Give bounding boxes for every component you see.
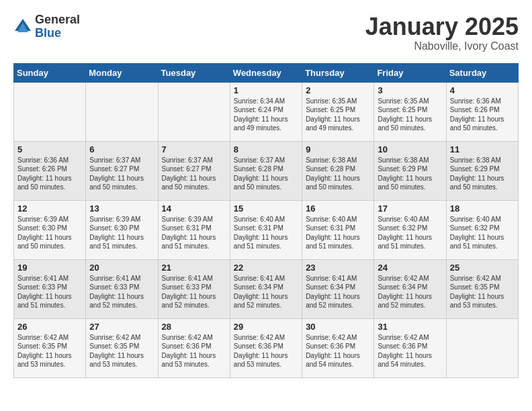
calendar-cell: 3Sunrise: 6:35 AM Sunset: 6:25 PM Daylig… <box>374 82 446 141</box>
day-number: 15 <box>234 203 298 214</box>
calendar-cell: 19Sunrise: 6:41 AM Sunset: 6:33 PM Dayli… <box>14 259 86 318</box>
day-number: 17 <box>378 203 442 214</box>
day-info: Sunrise: 6:42 AM Sunset: 6:35 PM Dayligh… <box>450 274 515 310</box>
calendar-cell: 4Sunrise: 6:36 AM Sunset: 6:26 PM Daylig… <box>446 82 518 141</box>
calendar-cell <box>158 82 230 141</box>
day-info: Sunrise: 6:41 AM Sunset: 6:34 PM Dayligh… <box>234 274 298 310</box>
calendar-cell: 30Sunrise: 6:42 AM Sunset: 6:36 PM Dayli… <box>302 318 374 377</box>
day-number: 7 <box>162 144 226 154</box>
day-number: 3 <box>378 85 442 95</box>
day-number: 9 <box>306 144 370 154</box>
day-number: 22 <box>234 263 298 273</box>
day-number: 14 <box>162 203 226 214</box>
calendar-cell: 15Sunrise: 6:40 AM Sunset: 6:31 PM Dayli… <box>230 200 302 259</box>
logo-general-text: General <box>35 13 80 27</box>
calendar-cell: 5Sunrise: 6:36 AM Sunset: 6:26 PM Daylig… <box>14 141 86 200</box>
calendar-cell: 1Sunrise: 6:34 AM Sunset: 6:24 PM Daylig… <box>230 82 302 141</box>
calendar-cell: 25Sunrise: 6:42 AM Sunset: 6:35 PM Dayli… <box>446 259 518 318</box>
calendar-cell: 31Sunrise: 6:42 AM Sunset: 6:36 PM Dayli… <box>374 318 446 377</box>
day-info: Sunrise: 6:36 AM Sunset: 6:26 PM Dayligh… <box>450 97 515 133</box>
calendar-table: SundayMondayTuesdayWednesdayThursdayFrid… <box>13 63 519 378</box>
calendar-cell <box>86 82 158 141</box>
day-number: 8 <box>234 144 298 154</box>
calendar-cell: 20Sunrise: 6:41 AM Sunset: 6:33 PM Dayli… <box>86 259 158 318</box>
calendar-cell: 7Sunrise: 6:37 AM Sunset: 6:27 PM Daylig… <box>158 141 230 200</box>
day-of-week-header: Monday <box>86 63 158 82</box>
day-info: Sunrise: 6:37 AM Sunset: 6:28 PM Dayligh… <box>234 156 298 192</box>
day-info: Sunrise: 6:41 AM Sunset: 6:33 PM Dayligh… <box>17 274 82 310</box>
day-number: 4 <box>450 85 515 95</box>
day-info: Sunrise: 6:35 AM Sunset: 6:25 PM Dayligh… <box>306 97 370 133</box>
day-number: 6 <box>89 144 154 154</box>
day-number: 31 <box>378 322 442 332</box>
day-number: 29 <box>234 322 298 332</box>
calendar-cell: 13Sunrise: 6:39 AM Sunset: 6:30 PM Dayli… <box>86 200 158 259</box>
day-number: 11 <box>450 144 515 154</box>
calendar-cell: 10Sunrise: 6:38 AM Sunset: 6:29 PM Dayli… <box>374 141 446 200</box>
day-info: Sunrise: 6:39 AM Sunset: 6:30 PM Dayligh… <box>89 215 154 251</box>
day-info: Sunrise: 6:42 AM Sunset: 6:36 PM Dayligh… <box>234 333 298 369</box>
calendar-cell: 14Sunrise: 6:39 AM Sunset: 6:31 PM Dayli… <box>158 200 230 259</box>
calendar-cell: 6Sunrise: 6:37 AM Sunset: 6:27 PM Daylig… <box>86 141 158 200</box>
calendar-cell: 12Sunrise: 6:39 AM Sunset: 6:30 PM Dayli… <box>14 200 86 259</box>
day-number: 1 <box>234 85 298 95</box>
calendar-body: 1Sunrise: 6:34 AM Sunset: 6:24 PM Daylig… <box>14 82 519 377</box>
calendar-week-row: 1Sunrise: 6:34 AM Sunset: 6:24 PM Daylig… <box>14 82 519 141</box>
day-number: 21 <box>162 263 226 273</box>
day-info: Sunrise: 6:36 AM Sunset: 6:26 PM Dayligh… <box>17 156 82 192</box>
day-info: Sunrise: 6:42 AM Sunset: 6:35 PM Dayligh… <box>89 333 154 369</box>
day-info: Sunrise: 6:38 AM Sunset: 6:29 PM Dayligh… <box>450 156 515 192</box>
calendar-cell <box>446 318 518 377</box>
day-number: 26 <box>17 322 82 332</box>
calendar-cell <box>14 82 86 141</box>
day-info: Sunrise: 6:42 AM Sunset: 6:36 PM Dayligh… <box>306 333 370 369</box>
day-number: 23 <box>306 263 370 273</box>
day-info: Sunrise: 6:34 AM Sunset: 6:24 PM Dayligh… <box>234 97 298 133</box>
days-of-week-row: SundayMondayTuesdayWednesdayThursdayFrid… <box>14 63 519 82</box>
calendar-header: SundayMondayTuesdayWednesdayThursdayFrid… <box>14 63 519 82</box>
month-title: January 2025 <box>365 13 519 40</box>
page-header: General Blue January 2025 Naboville, Ivo… <box>13 13 519 52</box>
day-info: Sunrise: 6:42 AM Sunset: 6:36 PM Dayligh… <box>378 333 442 369</box>
day-of-week-header: Wednesday <box>230 63 302 82</box>
day-info: Sunrise: 6:42 AM Sunset: 6:36 PM Dayligh… <box>162 333 226 369</box>
day-info: Sunrise: 6:40 AM Sunset: 6:31 PM Dayligh… <box>306 215 370 251</box>
day-of-week-header: Saturday <box>446 63 518 82</box>
day-number: 13 <box>89 203 154 214</box>
day-number: 18 <box>450 203 515 214</box>
calendar-cell: 21Sunrise: 6:41 AM Sunset: 6:33 PM Dayli… <box>158 259 230 318</box>
day-info: Sunrise: 6:41 AM Sunset: 6:34 PM Dayligh… <box>306 274 370 310</box>
day-info: Sunrise: 6:37 AM Sunset: 6:27 PM Dayligh… <box>162 156 226 192</box>
day-of-week-header: Tuesday <box>158 63 230 82</box>
day-number: 2 <box>306 85 370 95</box>
day-number: 24 <box>378 263 442 273</box>
calendar-cell: 29Sunrise: 6:42 AM Sunset: 6:36 PM Dayli… <box>230 318 302 377</box>
day-number: 16 <box>306 203 370 214</box>
day-info: Sunrise: 6:37 AM Sunset: 6:27 PM Dayligh… <box>89 156 154 192</box>
calendar-cell: 9Sunrise: 6:38 AM Sunset: 6:28 PM Daylig… <box>302 141 374 200</box>
day-number: 10 <box>378 144 442 154</box>
day-number: 12 <box>17 203 82 214</box>
calendar-cell: 24Sunrise: 6:42 AM Sunset: 6:34 PM Dayli… <box>374 259 446 318</box>
location-subtitle: Naboville, Ivory Coast <box>365 40 519 52</box>
logo-icon <box>13 17 32 36</box>
calendar-week-row: 26Sunrise: 6:42 AM Sunset: 6:35 PM Dayli… <box>14 318 519 377</box>
logo-blue-text: Blue <box>35 27 80 40</box>
calendar-week-row: 19Sunrise: 6:41 AM Sunset: 6:33 PM Dayli… <box>14 259 519 318</box>
day-info: Sunrise: 6:38 AM Sunset: 6:29 PM Dayligh… <box>378 156 442 192</box>
day-number: 20 <box>89 263 154 273</box>
day-info: Sunrise: 6:35 AM Sunset: 6:25 PM Dayligh… <box>378 97 442 133</box>
day-info: Sunrise: 6:38 AM Sunset: 6:28 PM Dayligh… <box>306 156 370 192</box>
day-info: Sunrise: 6:39 AM Sunset: 6:30 PM Dayligh… <box>17 215 82 251</box>
calendar-week-row: 5Sunrise: 6:36 AM Sunset: 6:26 PM Daylig… <box>14 141 519 200</box>
day-number: 5 <box>17 144 82 154</box>
calendar-cell: 11Sunrise: 6:38 AM Sunset: 6:29 PM Dayli… <box>446 141 518 200</box>
calendar-cell: 22Sunrise: 6:41 AM Sunset: 6:34 PM Dayli… <box>230 259 302 318</box>
day-info: Sunrise: 6:40 AM Sunset: 6:32 PM Dayligh… <box>378 215 442 251</box>
calendar-cell: 27Sunrise: 6:42 AM Sunset: 6:35 PM Dayli… <box>86 318 158 377</box>
calendar-cell: 28Sunrise: 6:42 AM Sunset: 6:36 PM Dayli… <box>158 318 230 377</box>
day-number: 30 <box>306 322 370 332</box>
day-info: Sunrise: 6:40 AM Sunset: 6:31 PM Dayligh… <box>234 215 298 251</box>
calendar-cell: 18Sunrise: 6:40 AM Sunset: 6:32 PM Dayli… <box>446 200 518 259</box>
calendar-cell: 8Sunrise: 6:37 AM Sunset: 6:28 PM Daylig… <box>230 141 302 200</box>
